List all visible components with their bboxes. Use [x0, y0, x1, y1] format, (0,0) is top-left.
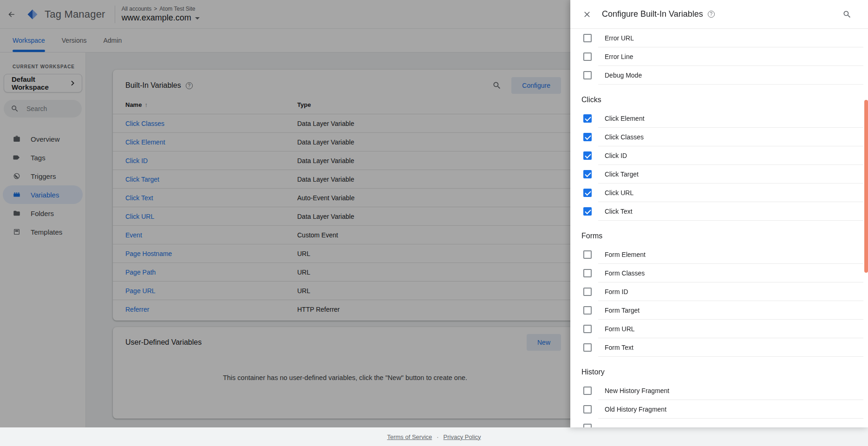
variable-option-row[interactable]: Form Text [570, 338, 868, 357]
variable-option-label: Form Element [605, 251, 646, 258]
footer-link-terms-of-service[interactable]: Terms of Service [387, 433, 432, 440]
variable-option-label: New History Fragment [605, 387, 669, 394]
variable-option-label: Error URL [605, 34, 634, 42]
variable-option-label: Click URL [605, 189, 633, 197]
variable-option-label: Form Text [605, 344, 633, 351]
panel-search-icon[interactable] [839, 7, 855, 22]
panel-help-icon[interactable]: ? [708, 11, 715, 18]
checkbox-checked[interactable] [583, 207, 592, 216]
variable-option-row[interactable]: New History Fragment [570, 381, 868, 400]
variable-option-row[interactable]: Form URL [570, 320, 868, 338]
variable-option-row[interactable]: Form Classes [570, 264, 868, 282]
footer-separator: · [437, 433, 438, 440]
footer-link-privacy-policy[interactable]: Privacy Policy [444, 433, 481, 440]
panel-header: Configure Built-In Variables ? [570, 0, 868, 29]
variable-option-row[interactable]: Form Target [570, 301, 868, 320]
checkbox-unchecked[interactable] [583, 250, 592, 259]
configure-variables-panel: Configure Built-In Variables ? Error URL… [570, 0, 868, 427]
checkbox-unchecked[interactable] [583, 269, 592, 277]
page-footer: Terms of Service·Privacy Policy [0, 427, 868, 446]
variable-option-row[interactable]: Click Target [570, 165, 868, 184]
variable-option-row[interactable]: Click Text [570, 202, 868, 221]
checkbox-unchecked[interactable] [583, 343, 592, 352]
panel-scrollbar[interactable] [864, 100, 868, 273]
variable-option-row[interactable]: Click ID [570, 146, 868, 165]
variable-option-label: Old History Fragment [605, 406, 666, 413]
variable-option-label: Click Element [605, 115, 645, 122]
close-icon[interactable] [582, 10, 592, 19]
section-heading-forms: Forms [570, 221, 868, 245]
variable-option-row[interactable]: Form ID [570, 282, 868, 301]
variable-option-label: Error Line [605, 53, 633, 60]
checkbox-unchecked[interactable] [583, 306, 592, 315]
checkbox-unchecked[interactable] [583, 424, 592, 427]
checkbox-checked[interactable] [583, 189, 592, 197]
variable-option-row[interactable]: Old History Fragment [570, 400, 868, 419]
section-heading-clicks: Clicks [570, 85, 868, 109]
checkbox-unchecked[interactable] [583, 405, 592, 413]
section-heading-history: History [570, 357, 868, 381]
variable-option-row[interactable]: Debug Mode [570, 66, 868, 85]
variable-option-row[interactable]: Error URL [570, 29, 868, 47]
checkbox-unchecked[interactable] [583, 387, 592, 395]
variable-option-row[interactable]: Click URL [570, 184, 868, 202]
variable-option-row[interactable]: Form Element [570, 245, 868, 264]
checkbox-unchecked[interactable] [583, 71, 592, 79]
variable-option-label: Click Classes [605, 133, 644, 141]
checkbox-unchecked[interactable] [583, 325, 592, 333]
checkbox-checked[interactable] [583, 114, 592, 123]
variable-option-label: Debug Mode [605, 72, 642, 79]
variable-option-label: Form ID [605, 288, 628, 295]
partial-row[interactable] [570, 419, 868, 427]
variable-option-label: Form Classes [605, 269, 645, 277]
checkbox-unchecked[interactable] [583, 34, 592, 42]
variable-option-row[interactable]: Click Classes [570, 128, 868, 146]
checkbox-unchecked[interactable] [583, 288, 592, 296]
checkbox-checked[interactable] [583, 133, 592, 141]
checkbox-unchecked[interactable] [583, 52, 592, 61]
variable-option-row[interactable]: Click Element [570, 109, 868, 128]
variable-option-label: Click Target [605, 171, 639, 178]
checkbox-checked[interactable] [583, 151, 592, 160]
checkbox-checked[interactable] [583, 170, 592, 178]
variable-option-label: Click Text [605, 208, 633, 215]
variable-option-label: Form Target [605, 307, 640, 314]
variable-option-row[interactable]: Error Line [570, 47, 868, 66]
variables-checklist: Error URLError LineDebug ModeClicksClick… [570, 29, 868, 419]
variable-option-label: Form URL [605, 325, 635, 333]
panel-title: Configure Built-In Variables [602, 9, 703, 19]
variable-option-label: Click ID [605, 152, 627, 159]
